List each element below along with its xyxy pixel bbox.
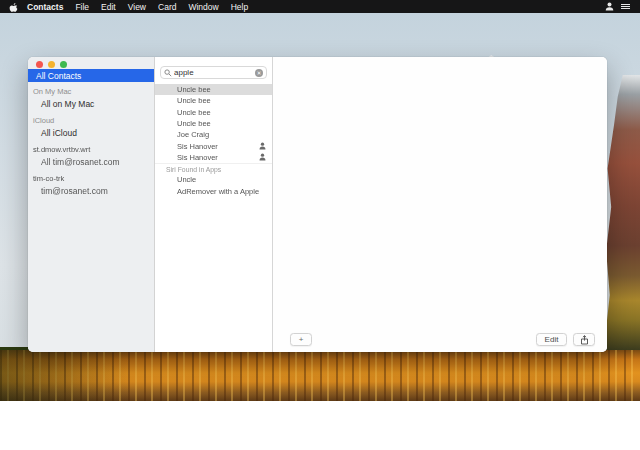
contact-row[interactable]: Joe Craig — [155, 129, 272, 140]
apple-menu[interactable] — [9, 2, 18, 12]
contact-row[interactable]: Uncle bee — [155, 118, 272, 129]
search-input[interactable] — [174, 68, 253, 77]
contact-detail-pane: + Edit — [273, 57, 607, 352]
sidebar-header-icloud: iCloud — [28, 111, 154, 126]
sidebar-header-account-1: st.dmow.vrtbv.wrt — [28, 140, 154, 155]
share-button[interactable] — [573, 333, 595, 346]
menu-window[interactable]: Window — [188, 2, 218, 12]
close-button[interactable] — [36, 61, 43, 68]
sidebar-item-account-1[interactable]: All tim@rosanet.com — [28, 155, 154, 169]
menu-view[interactable]: View — [128, 2, 146, 12]
sidebar-header-on-my-mac: On My Mac — [28, 82, 154, 97]
contacts-window: All Contacts On My Mac All on My Mac iCl… — [28, 57, 607, 352]
edit-button[interactable]: Edit — [536, 333, 567, 346]
person-icon — [259, 153, 266, 161]
menu-card[interactable]: Card — [158, 2, 176, 12]
menu-help[interactable]: Help — [231, 2, 248, 12]
list-icon[interactable] — [621, 4, 630, 9]
menu-file[interactable]: File — [75, 2, 89, 12]
share-icon — [580, 335, 589, 345]
search-icon — [164, 69, 172, 77]
contact-row[interactable]: Uncle — [155, 174, 272, 185]
clear-icon[interactable]: ✕ — [255, 69, 263, 77]
contact-row[interactable]: Sis Hanover — [155, 152, 272, 163]
contact-row[interactable]: AdRemover with a Apple — [155, 185, 272, 196]
contacts-list-pane: ✕ Uncle bee Uncle bee Uncle bee Uncle be… — [155, 57, 273, 352]
sidebar-item-all-contacts[interactable]: All Contacts — [28, 69, 154, 82]
results-section-header: Siri Found in Apps — [155, 163, 272, 174]
window-controls — [36, 61, 67, 68]
sidebar-item-all-icloud[interactable]: All iCloud — [28, 126, 154, 140]
menu-edit[interactable]: Edit — [101, 2, 116, 12]
zoom-button[interactable] — [60, 61, 67, 68]
person-icon — [259, 142, 266, 150]
add-contact-button[interactable]: + — [290, 333, 312, 346]
contact-row[interactable]: Uncle bee — [155, 107, 272, 118]
search-results: Uncle bee Uncle bee Uncle bee Uncle bee … — [155, 84, 272, 197]
contact-row[interactable]: Sis Hanover — [155, 140, 272, 151]
menu-bar: Contacts File Edit View Card Window Help — [0, 0, 640, 13]
sidebar-item-account-2[interactable]: tim@rosanet.com — [28, 184, 154, 198]
sidebar-header-account-2: tim-co-trk — [28, 169, 154, 184]
search-field[interactable]: ✕ — [160, 66, 267, 79]
user-icon[interactable] — [605, 2, 614, 11]
contact-row[interactable]: Uncle bee — [155, 84, 272, 95]
sidebar-item-all-on-my-mac[interactable]: All on My Mac — [28, 97, 154, 111]
minimize-button[interactable] — [48, 61, 55, 68]
lake-reflection — [0, 350, 640, 401]
menu-contacts[interactable]: Contacts — [27, 2, 63, 12]
sidebar: All Contacts On My Mac All on My Mac iCl… — [28, 57, 155, 352]
apple-icon — [9, 2, 18, 12]
contact-row[interactable]: Uncle bee — [155, 95, 272, 106]
